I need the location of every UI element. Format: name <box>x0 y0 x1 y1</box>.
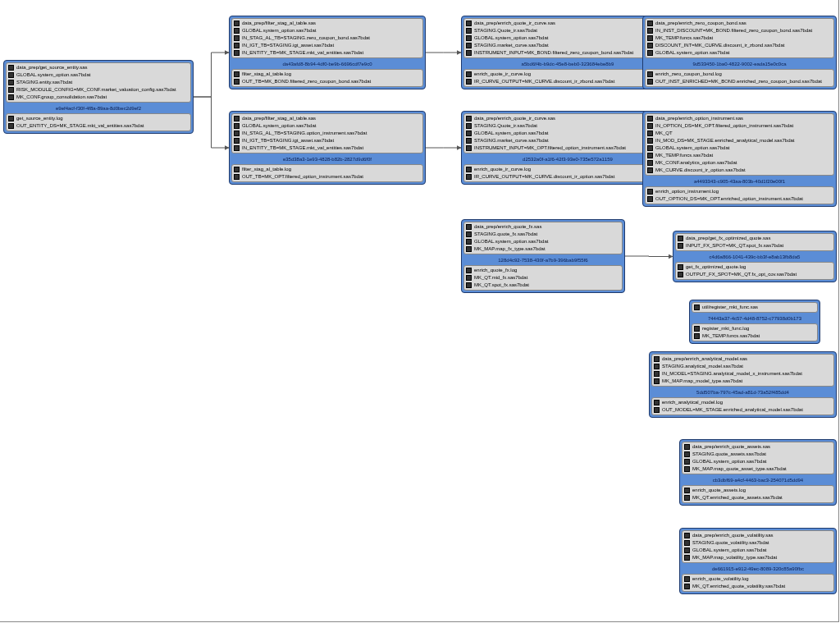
bullet-icon <box>684 466 690 472</box>
input-row: MK_MAP.map_quote_asset_type.sas7bdat <box>684 465 832 473</box>
bullet-icon <box>8 87 14 93</box>
input-row: IN_IGT_TB=STAGING.igt_asset.sas7bdat <box>234 42 421 49</box>
output-row: OUTPUT_FX_SPOT=MK_QT.fx_opt_cov.sas7bdat <box>678 271 832 278</box>
node-inputs: data_prep/enrich_option_instrument.sasIN… <box>645 113 834 176</box>
bullet-icon <box>684 576 690 582</box>
bullet-icon <box>678 272 683 277</box>
input-row: GLOBAL.system_option.sas7bdat <box>647 144 832 152</box>
bullet-icon <box>684 555 690 561</box>
output-row: enrich_quote_assets.log <box>684 487 832 494</box>
pipeline-node[interactable]: data_prep/enrich_analytical_model.sasSTA… <box>649 351 837 418</box>
input-row: MK_QT <box>647 130 832 137</box>
node-outputs: enrich_quote_fx.logMK_QT.mid_fx.sas7bdat… <box>463 265 623 291</box>
bullet-icon <box>694 326 700 332</box>
bullet-icon <box>234 123 240 129</box>
input-row: GLOBAL.system_option.sas7bdat <box>684 458 832 465</box>
input-row: STAGING.market_curve.sas7bdat <box>466 42 669 49</box>
pipeline-node[interactable]: util/register_mkt_func.sas74443a37-4c57-… <box>689 300 820 344</box>
pipeline-node[interactable]: data_prep/get_fx_optimized_quote.sasINPU… <box>673 231 837 282</box>
pipeline-node[interactable]: data_prep/enrich_option_instrument.sasIN… <box>642 111 837 207</box>
bullet-icon <box>8 94 14 100</box>
bullet-icon <box>466 50 472 56</box>
bullet-icon <box>234 116 240 121</box>
bullet-icon <box>647 196 653 202</box>
node-uuid: 74443a37-4c57-4d48-8752-c77938d0b173 <box>692 314 818 323</box>
node-uuid: a5bd6f4b-b9dc-45e8-beb0-323684ebe8b9 <box>463 60 672 69</box>
node-inputs: data_prep/get_fx_optimized_quote.sasINPU… <box>675 233 834 251</box>
node-outputs: register_mkt_func.logMK_TEMP.funcs.sas7b… <box>692 323 818 341</box>
input-row: util/register_mkt_func.sas <box>694 304 815 311</box>
bullet-icon <box>234 145 240 151</box>
bullet-icon <box>647 28 653 34</box>
bullet-icon <box>684 547 690 553</box>
output-row: enrich_quote_fx.log <box>466 267 620 274</box>
output-row: OUT_TB=MK_OPT.filtered_option_instrument… <box>234 173 421 181</box>
diagram-canvas[interactable]: data_prep/get_source_entity.sasGLOBAL.sy… <box>0 0 839 622</box>
input-row: STAGING.analytical_model.sas7bdat <box>654 363 832 370</box>
output-row: MK_QT.enriched_quote_assets.sas7bdat <box>684 494 832 502</box>
input-row: GLOBAL.system_option.sas7bdat <box>466 34 669 42</box>
bullet-icon <box>466 116 472 121</box>
bullet-icon <box>234 28 240 34</box>
bullet-icon <box>466 268 472 273</box>
input-row: GLOBAL.system_option.sas7bdat <box>684 547 832 554</box>
input-row: data_prep/enrich_quote_volatility.sas <box>684 532 832 539</box>
output-row: OUT_OPTION_DS=MK_OPT.enriched_option_ins… <box>647 195 832 203</box>
pipeline-node[interactable]: data_prep/enrich_zero_coupon_bond.sasIN_… <box>642 16 837 89</box>
node-outputs: enrich_quote_ir_curve.logIR_CURVE_OUTPUT… <box>463 164 672 182</box>
input-row: data_prep/enrich_option_instrument.sas <box>647 115 832 122</box>
bullet-icon <box>647 160 653 166</box>
output-row: enrich_zero_coupon_bond.log <box>647 71 832 78</box>
output-row: OUT_TB=MK_BOND.filtered_zero_coupon_bond… <box>234 78 421 85</box>
bullet-icon <box>466 123 472 129</box>
node-outputs: get_source_entity.logOUT_ENTITY_DS=MK_ST… <box>6 113 191 131</box>
bullet-icon <box>647 71 653 77</box>
pipeline-node[interactable]: data_prep/enrich_quote_assets.sasSTAGING… <box>679 439 837 506</box>
output-row: OUT_MODEL=MK_STAGE.enriched_analytical_m… <box>654 406 832 414</box>
input-row: STAGING.quote_volatility.sas7bdat <box>684 539 832 547</box>
output-row: OUT_INST_ENRICHED=MK_BOND.enriched_zero_… <box>647 78 832 85</box>
input-row: STAGING.quote_assets.sas7bdat <box>684 451 832 458</box>
input-row: MK_MAP.map_fx_type.sas7bdat <box>466 245 620 253</box>
bullet-icon <box>466 43 472 48</box>
input-row: MK_TEMP.funcs.sas7bdat <box>647 152 832 159</box>
node-uuid: 9d533450-1ba0-4822-9002-eada15e0c0ca <box>645 60 834 69</box>
input-row: IN_STAG_AL_TB=STAGING.zero_coupon_bond.s… <box>234 34 421 42</box>
bullet-icon <box>647 145 653 151</box>
input-row: GLOBAL.system_option.sas7bdat <box>234 122 421 130</box>
bullet-icon <box>466 275 472 281</box>
input-row: IN_IGT_TB=STAGING.igt_asset.sas7bdat <box>234 137 421 144</box>
input-row: GLOBAL.system_option.sas7bdat <box>466 130 669 137</box>
pipeline-node[interactable]: data_prep/enrich_quote_fx.sasSTAGING.quo… <box>461 219 625 293</box>
bullet-icon <box>8 116 14 121</box>
pipeline-node[interactable]: data_prep/filter_stag_al_table.sasGLOBAL… <box>229 16 426 89</box>
node-inputs: data_prep/enrich_quote_fx.sasSTAGING.quo… <box>463 222 623 254</box>
bullet-icon <box>647 116 653 121</box>
output-row: enrich_quote_ir_curve.log <box>466 71 669 78</box>
node-outputs: enrich_analytical_model.logOUT_MODEL=MK_… <box>651 397 834 415</box>
input-row: MK_CURVE.discount_ir_option.sas7bdat <box>647 167 832 174</box>
pipeline-node[interactable]: data_prep/filter_stag_al_table.sasGLOBAL… <box>229 111 426 185</box>
input-row: data_prep/filter_stag_al_table.sas <box>234 115 421 122</box>
output-row: MK_TEMP.funcs.sas7bdat <box>694 332 815 340</box>
bullet-icon <box>466 21 472 26</box>
bullet-icon <box>654 371 660 377</box>
output-row: enrich_analytical_model.log <box>654 399 832 406</box>
bullet-icon <box>466 79 472 85</box>
bullet-icon <box>234 167 240 172</box>
bullet-icon <box>647 21 653 26</box>
pipeline-node[interactable]: data_prep/enrich_quote_volatility.sasSTA… <box>679 528 837 594</box>
bullet-icon <box>647 35 653 41</box>
input-row: IN_INST_DISCOUNT=MK_BOND.filtered_zero_c… <box>647 27 832 34</box>
bullet-icon <box>234 35 240 41</box>
node-outputs: filter_stag_al_table.logOUT_TB=MK_BOND.f… <box>231 69 423 87</box>
node-inputs: data_prep/get_source_entity.sasGLOBAL.sy… <box>6 62 191 103</box>
bullet-icon <box>647 50 653 56</box>
bullet-icon <box>684 459 690 465</box>
input-row: STAGING.entity.sas7bdat <box>8 79 189 86</box>
bullet-icon <box>647 153 653 158</box>
bullet-icon <box>654 400 660 405</box>
bullet-icon <box>466 174 472 180</box>
node-outputs: enrich_quote_ir_curve.logIR_CURVE_OUTPUT… <box>463 69 672 87</box>
pipeline-node[interactable]: data_prep/get_source_entity.sasGLOBAL.sy… <box>3 60 194 134</box>
